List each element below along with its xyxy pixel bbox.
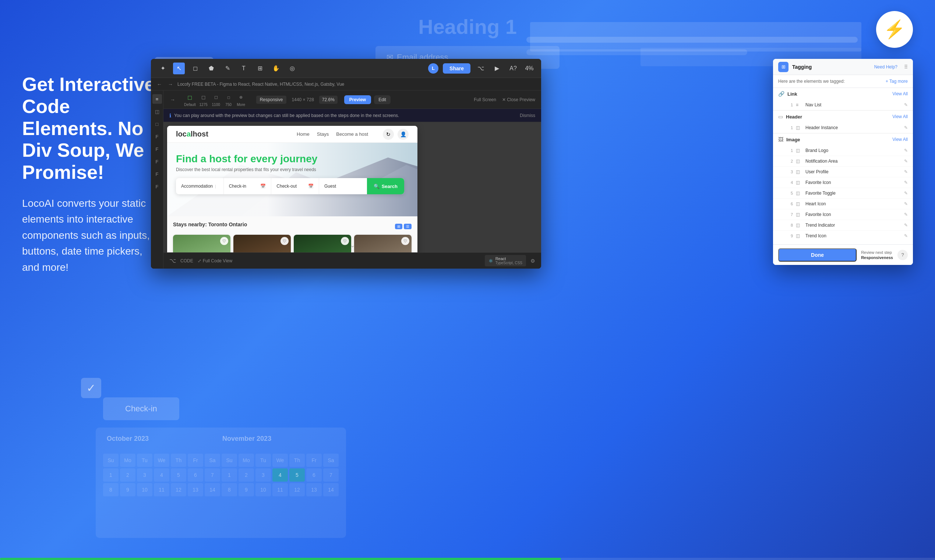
nav-stays[interactable]: Stays [317, 131, 329, 137]
image-view-all[interactable]: View All [892, 137, 908, 142]
cal-cell: 5 [290, 468, 305, 482]
share-button[interactable]: Share [443, 63, 470, 74]
figma-urlbar: ← → Locofy FREE BETA - Figma to React, R… [151, 78, 541, 91]
favorite-button-1[interactable]: ♡ [220, 237, 228, 245]
cal-cell: 10 [256, 483, 271, 496]
hand-tool[interactable]: ✋ [270, 63, 282, 74]
edit-button[interactable]: Edit [374, 95, 391, 104]
tag-more-button[interactable]: + Tag more [886, 79, 908, 84]
full-code-view-btn[interactable]: ⤢ Full Code View [198, 258, 232, 263]
info-icon: ℹ [169, 112, 171, 118]
logo-accent: a [186, 130, 191, 138]
figma-logo-icon[interactable]: ✦ [157, 63, 169, 74]
responsive-dropdown[interactable]: Responsive [256, 96, 287, 104]
checkout-label: Check-out [276, 184, 297, 189]
nav-home[interactable]: Home [297, 131, 310, 137]
close-preview-button[interactable]: ✕ Close Preview [502, 97, 535, 102]
cal-cell: 4 [154, 468, 169, 482]
brand-logo-label: Brand Logo [806, 148, 901, 153]
review-next-text: Review next step [861, 250, 893, 255]
header-view-all[interactable]: View All [892, 114, 908, 119]
text-tool[interactable]: T [238, 63, 250, 74]
trend-icon-item: 9 ◫ Trend Icon ✎ [773, 231, 913, 240]
help-button[interactable]: ? [898, 250, 908, 260]
done-button[interactable]: Done [778, 248, 856, 262]
property-card-3: ♡ Forestville Cottages Simcoe, Ontario, … [294, 235, 351, 252]
favorite-button-4[interactable]: ♡ [401, 237, 409, 245]
fullscreen-button[interactable]: Full Screen [474, 97, 496, 102]
checkin-field[interactable]: Check-in 📅 [224, 178, 272, 194]
header-instance-edit-btn[interactable]: ✎ [904, 125, 908, 130]
settings-button[interactable]: ⚙ [530, 258, 535, 264]
heart-icon-edit[interactable]: ✎ [904, 201, 908, 206]
panel-footer: Done Review next step Responsiveness ? [773, 244, 913, 265]
assets-panel-btn[interactable]: ◫ [152, 107, 162, 116]
cal-cell: 1 [222, 468, 237, 482]
zoom-level[interactable]: 4% [524, 63, 535, 74]
link-view-all[interactable]: View All [892, 91, 908, 96]
accommodation-label: Accommodation [181, 184, 213, 189]
link-section-header: 🔗 Link View All [773, 88, 913, 100]
loco-plugin-icon[interactable]: L [428, 63, 438, 74]
frame-default[interactable]: ◻ Default [184, 92, 196, 107]
page-item-2[interactable]: F [152, 144, 162, 154]
notification-area-item: 2 ◫ Notification Area ✎ [773, 156, 913, 167]
layers-panel-btn[interactable]: ≡ [152, 94, 162, 104]
favorite-icon-edit-4[interactable]: ✎ [904, 180, 908, 185]
pen-tool[interactable]: ✎ [222, 63, 233, 74]
grid-view-badge[interactable]: ⊞ [395, 224, 402, 229]
pages-panel-btn[interactable]: □ [152, 119, 162, 129]
trend-icon-edit[interactable]: ✎ [904, 233, 908, 238]
favorite-toggle-edit[interactable]: ✎ [904, 191, 908, 196]
dismiss-button[interactable]: Dismiss [520, 113, 535, 118]
frame-more[interactable]: ⊕ More [236, 92, 246, 107]
code-view-icon[interactable]: ⌥ [475, 63, 487, 74]
frame-tool[interactable]: ◻ [189, 63, 201, 74]
favorite-icon-edit-7[interactable]: ✎ [904, 212, 908, 217]
guest-field[interactable]: Guest [319, 178, 367, 194]
nav-list-edit-btn[interactable]: ✎ [904, 102, 908, 108]
scroll-indicator: ⌄ [350, 242, 355, 249]
checkout-field[interactable]: Check-out 📅 [271, 178, 319, 194]
user-profile-icon[interactable]: 👤 [397, 129, 408, 140]
zoom-level[interactable]: 72.6% [319, 96, 337, 104]
favorite-icon-item-icon-4: ◫ [796, 180, 803, 185]
component-tool[interactable]: ⊞ [254, 63, 266, 74]
preview-button[interactable]: Preview [344, 95, 371, 104]
cal-cell: 14 [323, 483, 339, 496]
nav-become-host[interactable]: Become a host [336, 131, 368, 137]
page-item-5[interactable]: F [152, 182, 162, 191]
frame-1275[interactable]: ◻ 1275 [199, 92, 208, 107]
cal-cell: Th [290, 454, 305, 467]
figma-preview-bar: ← → ◻ Default ◻ 1275 ◻ 1100 ◻ 750 ⊕ More [151, 91, 541, 109]
notification-area-edit[interactable]: ✎ [904, 158, 908, 164]
search-button[interactable]: 🔍 Search [367, 178, 404, 194]
select-tool[interactable]: ↖ [173, 63, 185, 74]
brand-logo-edit[interactable]: ✎ [904, 148, 908, 153]
favorite-icon-item-7: 7 ◫ Favorite Icon ✎ [773, 209, 913, 220]
preview-forward[interactable]: → [168, 95, 177, 105]
frame-750[interactable]: ◻ 750 [224, 92, 233, 107]
user-profile-edit[interactable]: ✎ [904, 169, 908, 174]
back-button[interactable]: ← [156, 80, 163, 88]
play-icon[interactable]: ▶ [491, 63, 503, 74]
shape-tool[interactable]: ⬟ [205, 63, 217, 74]
list-view-badge[interactable]: ☰ [404, 224, 411, 229]
refresh-icon[interactable]: ↻ [383, 129, 394, 140]
page-item-4[interactable]: F [152, 169, 162, 179]
help-link[interactable]: Need Help? [874, 65, 898, 69]
comment-tool[interactable]: ◎ [287, 63, 298, 74]
page-item-1[interactable]: F [152, 132, 162, 141]
favorite-button-3[interactable]: ♡ [341, 237, 349, 245]
trend-indicator-edit[interactable]: ✎ [904, 223, 908, 228]
search-icon: 🔍 [374, 184, 379, 189]
page-item-3[interactable]: F [152, 157, 162, 166]
frame-1100[interactable]: ◻ 1100 [211, 92, 221, 107]
hero-heading-end: for every journey [234, 153, 317, 165]
extra-options[interactable]: A? [507, 63, 519, 74]
cal-cell: Th [171, 454, 186, 467]
forward-button[interactable]: → [166, 80, 174, 88]
accommodation-field[interactable]: Accommodation | [176, 178, 224, 194]
cal-cell: Tu [137, 454, 152, 467]
favorite-button-2[interactable]: ♡ [280, 237, 289, 245]
